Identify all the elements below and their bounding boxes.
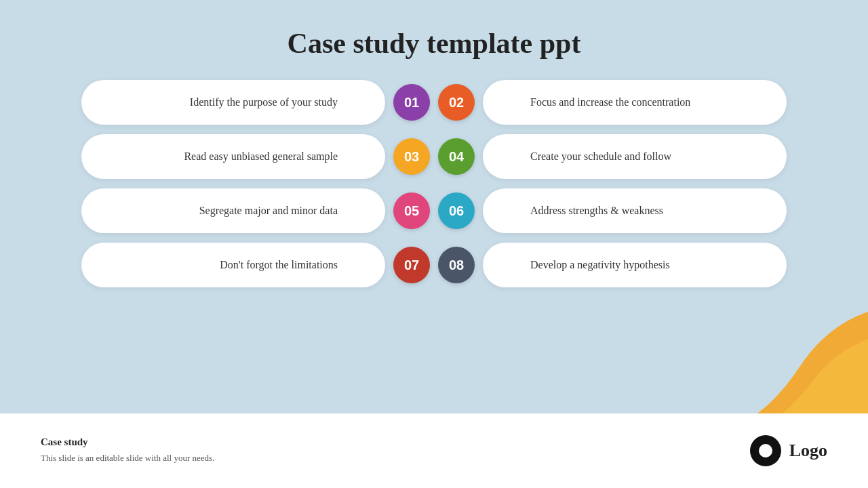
rows-container: Identify the purpose of your study 01 02… [81,80,787,287]
pill-right-text-1: Focus and increase the concentration [530,95,690,110]
pill-left-2: Read easy unbiased general sample [81,134,385,179]
footer-left: Case study This slide is an editable sli… [41,436,214,464]
circle-num-08: 08 [449,258,464,273]
circle-07: 07 [393,247,430,283]
circle-05: 05 [393,192,430,229]
main-content: Identify the purpose of your study 01 02… [0,60,868,287]
circle-num-07: 07 [404,258,419,273]
circle-num-01: 01 [404,95,419,110]
pill-left-1: Identify the purpose of your study [81,80,385,125]
footer-title: Case study [41,436,214,448]
pill-right-1: Focus and increase the concentration [483,80,787,125]
circle-02: 02 [438,84,475,121]
circle-num-02: 02 [449,95,464,110]
logo-area: Logo [750,435,827,466]
slide: Case study template ppt Identify the pur… [0,0,868,488]
pill-right-text-2: Create your schedule and follow [530,149,671,164]
circle-num-06: 06 [449,203,464,219]
pill-right-3: Address strengths & weakness [483,188,787,233]
row-4: Don't forgot the limitations 07 08 Devel… [81,243,787,287]
pill-left-3: Segregate major and minor data [81,188,385,233]
pill-left-text-2: Read easy unbiased general sample [184,149,338,164]
circle-06: 06 [438,192,475,229]
logo-circle [750,435,781,466]
circle-01: 01 [393,84,430,121]
pill-left-text-3: Segregate major and minor data [199,203,338,218]
pill-left-text-4: Don't forgot the limitations [220,258,338,272]
circle-num-04: 04 [449,149,464,165]
pill-right-4: Develop a negativity hypothesis [483,243,787,287]
footer: Case study This slide is an editable sli… [0,413,868,488]
pill-right-text-4: Develop a negativity hypothesis [530,258,670,272]
row-1: Identify the purpose of your study 01 02… [81,80,787,125]
row-3: Segregate major and minor data 05 06 Add… [81,188,787,233]
page-title: Case study template ppt [0,0,868,60]
logo-inner [759,444,772,458]
logo-text: Logo [789,441,827,461]
circle-num-05: 05 [404,203,419,219]
circle-num-03: 03 [404,149,419,165]
pill-left-4: Don't forgot the limitations [81,243,385,287]
circle-03: 03 [393,138,430,175]
pill-left-text-1: Identify the purpose of your study [190,95,338,110]
circle-04: 04 [438,138,475,175]
pill-right-2: Create your schedule and follow [483,134,787,179]
pill-right-text-3: Address strengths & weakness [530,203,663,218]
row-2: Read easy unbiased general sample 03 04 … [81,134,787,179]
footer-description: This slide is an editable slide with all… [41,452,214,464]
circle-08: 08 [438,247,475,283]
